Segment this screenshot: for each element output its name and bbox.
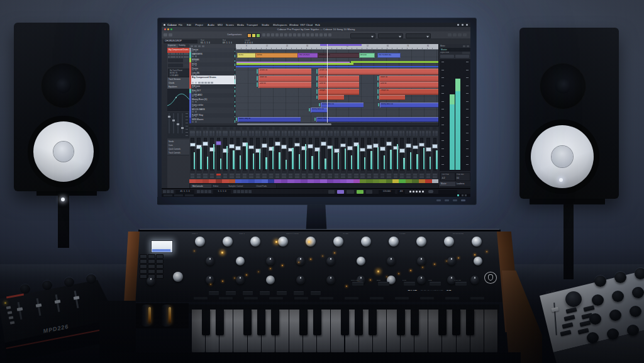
synth-patch-button <box>244 297 258 299</box>
black-key <box>202 310 210 335</box>
synth-button-label: BEND <box>377 279 380 281</box>
synth-patch-button <box>420 297 434 299</box>
synth-patch-button <box>370 297 384 299</box>
synth-patch-button <box>445 297 459 299</box>
mod-wheel <box>161 304 172 327</box>
synth-arp-button <box>209 291 219 295</box>
black-key <box>411 310 419 335</box>
black-key <box>369 310 377 335</box>
synth-arp-button <box>277 291 287 295</box>
synth-patch-button <box>194 297 208 299</box>
pitch-wheel <box>141 304 152 327</box>
white-key <box>484 310 497 352</box>
moog-badge-icon <box>484 272 497 284</box>
synth-patch-button <box>345 297 358 299</box>
synth-button-label: LATCH ON <box>454 279 461 281</box>
black-key <box>466 310 474 335</box>
black-key <box>299 310 308 335</box>
synth-panel-button <box>352 282 364 286</box>
synth-button-label: MULTI TRIG <box>351 279 358 281</box>
black-key <box>355 310 363 335</box>
synth-patch-button <box>219 297 233 299</box>
synth-logo: SUB SEQUENT 37 MOOG MUSIC INC. <box>408 284 477 291</box>
black-key <box>397 310 405 335</box>
black-key <box>313 310 321 335</box>
black-key <box>452 310 460 335</box>
pitch-wheel-backlight <box>148 307 151 323</box>
synth-arp-button <box>311 291 321 295</box>
black-key <box>243 310 252 335</box>
black-key <box>271 310 279 335</box>
synth-arp-button <box>243 291 253 295</box>
synth-patch-button <box>470 297 484 299</box>
synth-logo-37: 37 <box>447 289 452 291</box>
black-key <box>257 310 265 335</box>
synth-keyboard <box>192 310 498 354</box>
synth-arp-button <box>260 291 270 295</box>
synth-logo-sub: SUB <box>408 289 418 291</box>
moog-badge-inner <box>488 274 493 281</box>
synth-button-label: LOOP <box>428 279 432 281</box>
black-key <box>438 310 447 335</box>
mod-wheel-backlight <box>169 307 171 323</box>
synth-patch-button <box>395 297 409 299</box>
synth-patch-button <box>319 297 333 299</box>
synth-patch-button <box>294 297 308 299</box>
synth-button-label: SYNC <box>402 279 406 281</box>
synth-arp-button <box>226 291 236 295</box>
studio-scene: CubaseFileEditProjectAudioMIDIScoresMedi… <box>0 0 644 363</box>
synth-chassis-front <box>112 352 521 363</box>
synth-patch-button <box>269 297 283 299</box>
synth-arp-button <box>294 291 304 295</box>
synth-logo-sequent: SEQUENT <box>420 289 443 291</box>
synth-panel-button <box>378 282 389 286</box>
black-key <box>341 310 349 335</box>
black-key <box>216 310 224 335</box>
